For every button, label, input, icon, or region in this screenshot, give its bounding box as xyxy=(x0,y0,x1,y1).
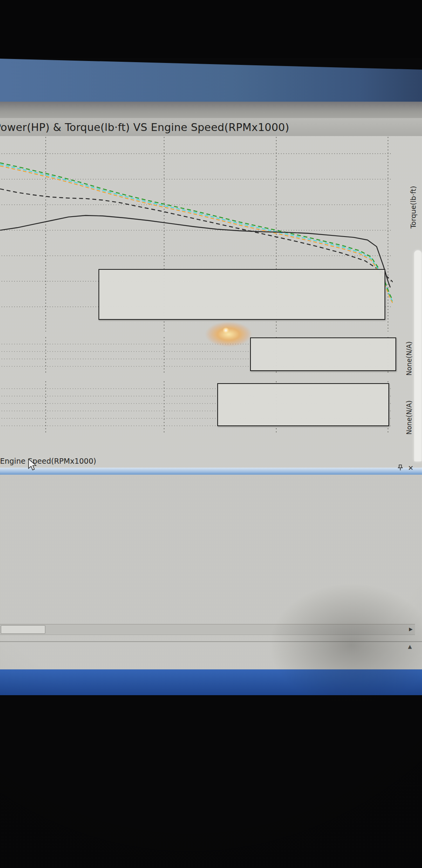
table-panel-background xyxy=(0,468,422,669)
horizontal-scrollbar[interactable]: ▶ xyxy=(0,624,415,635)
legend-boost xyxy=(250,337,396,371)
close-icon[interactable]: ✕ xyxy=(408,465,413,472)
camera-glare-core xyxy=(223,328,229,333)
divider xyxy=(0,641,422,642)
legend-air-fuel xyxy=(217,383,389,426)
legend-power-torque xyxy=(98,269,385,320)
boost-axis-label: None(N/A) xyxy=(405,341,413,376)
pin-icon[interactable] xyxy=(398,464,403,472)
scroll-right-icon[interactable]: ▶ xyxy=(409,626,413,632)
chart-title: Power(HP) & Torque(lb·ft) VS Engine Spee… xyxy=(0,121,289,133)
scroll-up-icon[interactable]: ▲ xyxy=(408,644,412,649)
torque-axis-label: Torque(lb·ft) xyxy=(409,186,417,228)
table-panel-titlebar[interactable] xyxy=(0,468,422,475)
vertical-scrollbar[interactable] xyxy=(414,250,422,461)
chart-window-titlebar: Power(HP) & Torque(lb·ft) VS Engine Spee… xyxy=(0,118,422,136)
x-axis-label: Engine Speed(RPMx1000) xyxy=(0,457,96,465)
monitor-bezel-bottom xyxy=(0,695,422,868)
app-toolbar xyxy=(0,102,422,118)
photo-of-monitor: Power(HP) & Torque(lb·ft) VS Engine Spee… xyxy=(0,0,422,868)
windows-taskbar[interactable] xyxy=(0,669,422,695)
hscroll-thumb[interactable] xyxy=(1,625,45,634)
af-axis-label: None(N/A) xyxy=(405,400,413,435)
mouse-cursor xyxy=(27,458,38,472)
